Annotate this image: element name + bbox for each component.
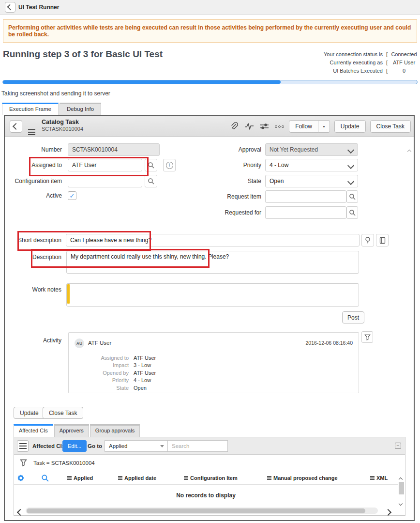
column-label: Applied date (124, 475, 156, 481)
check-icon: ✓ (70, 192, 75, 200)
footer-close-task-button[interactable]: Close Task (43, 407, 83, 419)
form-context-menu-button[interactable] (28, 126, 35, 135)
column-manual-proposed-change[interactable]: Manual proposed change (267, 471, 338, 485)
footer-update-button[interactable]: Update (14, 407, 45, 419)
activity-stream-button[interactable] (244, 120, 255, 133)
activity-filter-button[interactable] (361, 331, 373, 343)
tab-approvers[interactable]: Approvers (54, 424, 89, 437)
request-item-lookup-button[interactable] (346, 190, 358, 203)
change-field: Assigned to (69, 355, 129, 361)
assigned-to-lookup-button[interactable] (145, 159, 157, 171)
configuration-item-label: Configuration item (5, 175, 62, 187)
description-textarea[interactable]: My department could really use this shin… (66, 251, 359, 274)
chevron-left-icon (13, 123, 19, 130)
assigned-to-preview-button[interactable]: i (163, 159, 176, 171)
change-value: ATF User (134, 370, 156, 376)
active-checkbox[interactable]: ✓ (68, 191, 76, 200)
tab-group-approvals[interactable]: Group approvals (90, 424, 140, 437)
request-item-input[interactable] (265, 190, 346, 203)
caret-down-icon: ▼ (322, 125, 326, 128)
breadcrumb[interactable]: Task = SCTASK0010004 (33, 455, 95, 471)
progress-fill (3, 80, 281, 84)
table-scroll-right[interactable] (386, 508, 390, 517)
list-search-input[interactable] (167, 440, 228, 452)
follow-dropdown-button[interactable]: ▼ (318, 120, 330, 133)
tab-debug-info[interactable]: Debug Info (60, 103, 101, 115)
tab-execution-frame[interactable]: Execution Frame (2, 103, 59, 115)
requested-for-lookup-button[interactable] (346, 206, 358, 219)
search-knowledge-button[interactable] (376, 234, 389, 246)
goto-select[interactable]: Applied (105, 440, 168, 452)
requested-for-input[interactable] (265, 206, 346, 219)
pulse-icon (244, 123, 254, 130)
status-bracket: [ (386, 60, 388, 65)
sliders-icon (259, 123, 269, 130)
search-icon (349, 193, 356, 200)
list-filter-row: Task = SCTASK0010004 (14, 455, 405, 471)
horizontal-scrollbar-thumb[interactable] (27, 508, 365, 513)
list-search-button[interactable] (41, 474, 49, 484)
chevron-left-icon (7, 4, 14, 11)
priority-select[interactable]: 4 - Low (265, 159, 358, 171)
post-button[interactable]: Post (342, 311, 364, 323)
number-input[interactable] (68, 143, 160, 156)
priority-label: Priority (194, 159, 261, 171)
approval-select[interactable]: Not Yet Requested (265, 143, 358, 156)
work-notes-marker (67, 284, 70, 304)
back-button[interactable] (5, 2, 15, 13)
column-applied-date[interactable]: Applied date (118, 471, 156, 485)
attachment-button[interactable] (229, 120, 240, 133)
tab-affected-cis[interactable]: Affected CIs (14, 424, 53, 437)
column-label: Manual proposed change (273, 475, 338, 481)
chevron-left-icon (17, 509, 24, 516)
priority-value: 4 - Low (270, 162, 288, 169)
goto-value: Applied (109, 443, 127, 449)
lightbulb-icon (365, 236, 371, 244)
column-applied[interactable]: Applied (67, 471, 93, 485)
chevron-up-icon (407, 150, 411, 154)
list-context-menu-button[interactable] (17, 440, 29, 452)
configuration-item-lookup-button[interactable] (145, 175, 157, 187)
form-back-button[interactable] (10, 120, 22, 133)
search-icon (148, 162, 154, 169)
configuration-item-input[interactable] (68, 175, 142, 187)
collapse-list-button[interactable]: − (395, 443, 401, 449)
status-bracket: [ (386, 68, 388, 74)
more-options-button[interactable] (274, 120, 285, 133)
list-funnel-button[interactable] (20, 459, 27, 468)
personalize-form-button[interactable] (259, 120, 270, 133)
requested-for-label: Requested for (194, 206, 261, 219)
active-label: Active (5, 189, 62, 202)
follow-button[interactable]: Follow (289, 120, 318, 133)
chevron-up-icon (399, 477, 403, 481)
column-menu-icon (267, 477, 271, 478)
paperclip-icon (230, 122, 239, 131)
column-header-row: Applied Applied date Configuration Item … (14, 471, 398, 485)
vertical-scrollbar-thumb[interactable] (399, 482, 404, 494)
edit-button[interactable]: Edit... (62, 440, 87, 452)
short-description-input[interactable] (66, 234, 360, 246)
state-select[interactable]: Open (265, 175, 358, 187)
list-settings-button[interactable] (17, 474, 25, 484)
column-xml[interactable]: XML (370, 471, 388, 485)
form-scroll-up[interactable] (408, 146, 411, 155)
update-button[interactable]: Update (334, 120, 366, 133)
page-title: UI Test Runner (18, 0, 59, 15)
assigned-to-input[interactable] (68, 159, 142, 171)
column-menu-icon (370, 477, 375, 478)
table-scroll-left[interactable] (18, 508, 23, 517)
approval-value: Not Yet Requested (270, 146, 318, 153)
table-scroll-down[interactable] (399, 498, 402, 507)
more-options-icon (275, 125, 284, 128)
suggestion-button[interactable] (361, 234, 374, 246)
activity-changes: Assigned toATF User Impact3 - Low Opened… (69, 354, 359, 392)
status-label: Currently executing as (330, 60, 382, 65)
close-task-button[interactable]: Close Task (370, 120, 411, 133)
column-label: XML (376, 475, 388, 481)
work-notes-textarea[interactable] (66, 283, 359, 307)
column-configuration-item[interactable]: Configuration Item (184, 471, 238, 485)
description-label: Description (5, 251, 61, 263)
activity-timestamp: 2016-12-06 08:16:40 (306, 340, 353, 346)
hamburger-icon (28, 132, 35, 133)
horizontal-scrollbar[interactable] (26, 508, 378, 514)
